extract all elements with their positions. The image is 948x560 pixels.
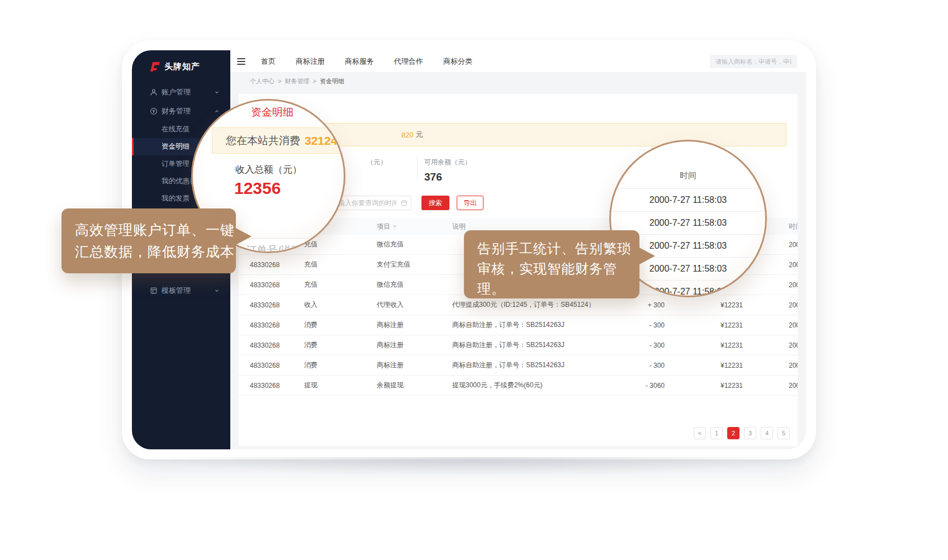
callout-left-text: 高效管理账户订单、一键汇总数据，降低财务成本 xyxy=(75,219,236,263)
top-nav-item[interactable]: 商标服务 xyxy=(345,56,374,67)
chevron-down-icon xyxy=(214,89,220,95)
pagination-pages: 12345 xyxy=(710,427,790,439)
top-nav-item[interactable]: 商标分类 xyxy=(443,56,472,67)
cell-type: 消费 xyxy=(304,360,377,370)
cell-project: 微信充值 xyxy=(377,280,452,290)
date-input[interactable] xyxy=(333,196,411,210)
cell-desc: 商标自助注册，订单号：SB2514263J xyxy=(452,320,609,330)
brand-logo-icon xyxy=(149,60,161,73)
cell-time: 2000-7-27 11:58:03 xyxy=(748,382,798,390)
page-background: 头牌知产 账户管理 财务管理 xyxy=(0,0,948,560)
cell-time: 2000-7-27 11:58:03 xyxy=(748,261,798,269)
lens-banner-prefix: 您在本站共消费 xyxy=(226,134,300,148)
cell-order: 48330268 xyxy=(239,362,304,369)
balance-stat: 可用余额（元） 376 xyxy=(424,158,471,183)
callout-line: 告别手工统计、告别繁琐 xyxy=(477,239,639,259)
menu-icon[interactable] xyxy=(237,58,245,65)
cell-balance: ¥12231 xyxy=(665,321,748,329)
breadcrumb-separator: > xyxy=(278,78,281,84)
callout-arrow-right-icon xyxy=(638,247,664,265)
cell-type: 充值 xyxy=(304,240,377,249)
user-icon xyxy=(150,88,158,96)
cell-balance: ¥12231 xyxy=(665,341,748,349)
search-button[interactable]: 搜索 xyxy=(421,196,449,210)
cell-desc: 代理提成300元（ID:1245，订单号：SB45124） xyxy=(452,300,609,310)
balance-stat-label: 可用余额（元） xyxy=(424,158,471,167)
cell-balance: ¥12231 xyxy=(665,382,748,390)
pagination-page-button[interactable]: 5 xyxy=(778,427,790,439)
top-nav-item[interactable]: 商标注册 xyxy=(296,56,325,67)
pagination: < 12345 xyxy=(239,419,798,439)
sidebar-item-finance[interactable]: 财务管理 xyxy=(132,102,230,121)
cell-amount: - 300 xyxy=(609,341,665,349)
cell-time: 2000-7-27 11:58:03 xyxy=(748,301,798,309)
banner-amount: 820 xyxy=(401,131,414,139)
cell-desc: 提现3000元，手续费2%(60元) xyxy=(452,381,609,390)
cell-project: 商标注册 xyxy=(377,340,452,350)
cell-type: 消费 xyxy=(304,340,377,350)
table-row: 48330268 提现 余额提现 提现3000元，手续费2%(60元) - 30… xyxy=(239,376,798,396)
cell-order: 48330268 xyxy=(239,321,304,329)
cell-desc: 商标自助注册，订单号：SB2514263J xyxy=(452,340,609,350)
sidebar-item-label: 模板管理 xyxy=(132,286,191,296)
top-nav-links: 首页商标注册商标服务代理合作商标分类 xyxy=(261,56,472,67)
callout-line: 理。 xyxy=(477,279,639,299)
card-title-row: 资金明细 xyxy=(239,101,798,116)
cell-time: 2000-7-27 11:58:03 xyxy=(748,281,798,289)
cell-desc: 商标自助注册，订单号：SB2514263J xyxy=(452,360,609,370)
pagination-page-button[interactable]: 2 xyxy=(727,427,740,439)
breadcrumb-item[interactable]: 个人中心 xyxy=(250,77,274,86)
cell-order: 48330268 xyxy=(239,281,304,289)
lens-time-row: 2000-7-27 11:58:03 xyxy=(609,188,767,211)
expense-stat-label: （元） xyxy=(367,158,387,167)
cell-type: 消费 xyxy=(304,320,377,330)
cell-time: 2000-7-27 11:58:03 xyxy=(748,362,798,369)
top-nav-item[interactable]: 首页 xyxy=(261,56,276,67)
cell-project: 商标注册 xyxy=(377,320,452,330)
lens-consumption-banner: 您在本站共消费 32124 元 xyxy=(212,127,345,154)
cell-amount: - 3060 xyxy=(609,382,665,390)
lens-time-header: 时间 xyxy=(611,170,765,181)
cell-amount: + 300 xyxy=(609,301,665,309)
pagination-prev-button[interactable]: < xyxy=(694,427,706,439)
pagination-page-button[interactable]: 4 xyxy=(761,427,773,439)
sidebar-item-label: 账户管理 xyxy=(132,87,191,97)
sidebar-item-template[interactable]: 模板管理 xyxy=(132,281,230,300)
table-row: 48330268 消费 商标注册 商标自助注册，订单号：SB2514263J -… xyxy=(239,335,798,355)
cell-type: 收入 xyxy=(304,300,377,310)
cell-balance: ¥12231 xyxy=(665,301,748,309)
brand-logo[interactable]: 头牌知产 xyxy=(132,50,230,83)
header-project[interactable]: 项目 xyxy=(377,222,452,231)
cell-amount: - 300 xyxy=(609,362,665,369)
callout-left: 高效管理账户订单、一键汇总数据，降低财务成本 xyxy=(61,208,236,273)
callout-line: 高效管理账户订单、一键 xyxy=(75,219,236,241)
callout-line: 审核，实现智能财务管 xyxy=(477,259,639,279)
top-nav-item[interactable]: 代理合作 xyxy=(394,56,423,67)
export-button[interactable]: 导出 xyxy=(457,196,484,210)
callout-right-text: 告别手工统计、告别繁琐审核，实现智能财务管理。 xyxy=(477,239,639,299)
sort-caret-icon xyxy=(392,225,397,228)
cell-order: 48330268 xyxy=(239,301,304,309)
sidebar-item-account[interactable]: 账户管理 xyxy=(132,83,230,102)
cell-project: 支付宝充值 xyxy=(377,260,452,269)
chevron-up-icon xyxy=(214,108,220,114)
cell-type: 充值 xyxy=(304,260,377,269)
lens-income-value: 12356 xyxy=(234,179,281,198)
finance-icon xyxy=(150,107,158,115)
laptop-base-shadow xyxy=(39,457,909,484)
breadcrumb-item[interactable]: 财务管理 xyxy=(285,77,309,86)
cell-order: 48330268 xyxy=(239,261,304,269)
pagination-page-button[interactable]: 1 xyxy=(710,427,723,439)
brand-name: 头牌知产 xyxy=(164,61,200,72)
banner-suffix: 元 xyxy=(416,130,423,140)
pagination-page-button[interactable]: 3 xyxy=(744,427,756,439)
cell-amount: - 300 xyxy=(609,321,665,329)
trademark-search-input[interactable] xyxy=(710,55,797,68)
breadcrumb: 个人中心 > 财务管理 > 资金明细 xyxy=(230,73,806,89)
breadcrumb-separator: > xyxy=(312,78,316,84)
table-row: 48330268 消费 商标注册 商标自助注册，订单号：SB2514263J -… xyxy=(239,315,798,335)
cell-type: 提现 xyxy=(304,381,377,390)
cell-order: 48330268 xyxy=(239,382,304,390)
callout-arrow-right-icon xyxy=(235,227,260,245)
top-navbar: 首页商标注册商标服务代理合作商标分类 xyxy=(230,50,806,73)
